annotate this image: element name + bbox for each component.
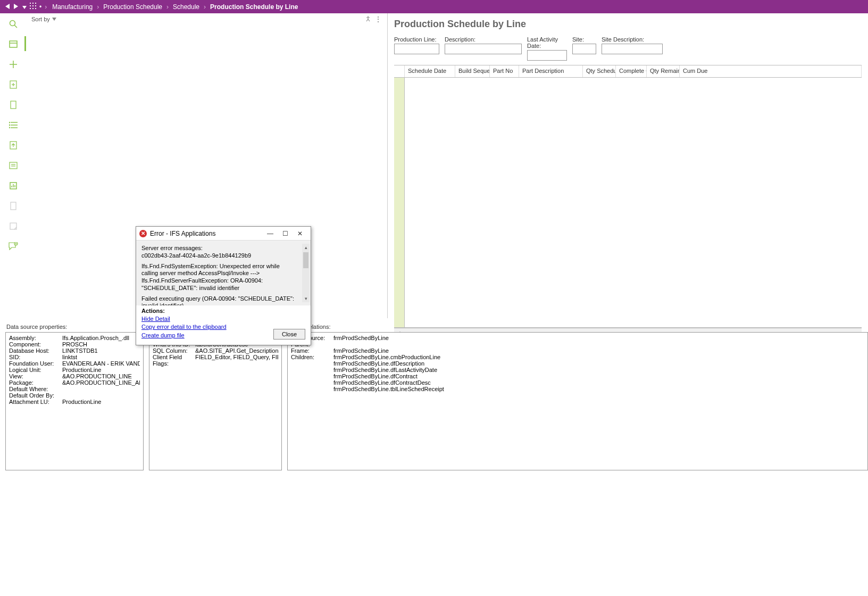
svg-marker-1 — [14, 4, 18, 9]
actions-header: Actions: — [141, 308, 227, 314]
doc-icon[interactable] — [8, 201, 19, 211]
sort-by-button[interactable]: Sort by — [31, 16, 56, 22]
label-site: Site: — [572, 36, 596, 43]
kv-row: Assembly:Ifs.Application.Prosch_.dll — [9, 335, 140, 341]
export-icon[interactable] — [8, 140, 19, 151]
svg-rect-10 — [32, 8, 34, 9]
detail-pane: Production Schedule by Line Production L… — [388, 13, 868, 318]
top-bar: • › Manufacturing › Production Schedule … — [0, 0, 868, 13]
close-button[interactable]: Close — [273, 329, 305, 340]
kv-row: Default Where: — [9, 386, 140, 392]
col-schedule-date[interactable]: Schedule Date — [405, 65, 455, 77]
link-create-dump[interactable]: Create dump file — [141, 332, 227, 340]
plus-icon[interactable] — [8, 59, 19, 70]
note-icon[interactable] — [8, 221, 19, 231]
apps-grid-icon[interactable] — [30, 3, 36, 11]
dialog-scrollbar[interactable]: ▴▾ — [302, 244, 310, 302]
rel-title: Object relations: — [287, 324, 868, 330]
svg-rect-6 — [30, 5, 31, 6]
crumb-current: Production Schedule by Line — [210, 3, 298, 11]
svg-rect-8 — [35, 5, 36, 6]
input-site-desc[interactable] — [602, 44, 663, 54]
kv-row: Default Order By: — [9, 392, 140, 399]
schedule-grid: Schedule Date Build Sequence Part No Par… — [394, 65, 862, 337]
rel-child: frmProdSchedByLine.dfDescription — [333, 360, 864, 367]
dialog-title: Error - IFS Applications — [150, 230, 263, 237]
svg-point-25 — [9, 122, 10, 123]
input-production-line[interactable] — [394, 44, 439, 54]
bottom-panels: Data source properties: ▴ Assembly:Ifs.A… — [5, 324, 868, 596]
svg-rect-21 — [11, 101, 16, 109]
kv-row: Data Source:frmProdSchedByLine — [291, 335, 864, 341]
error-dialog: ✕ Error - IFS Applications — ☐ ✕ Server … — [136, 226, 311, 345]
kv-row: Frame:frmProdSchedByLine — [291, 347, 864, 354]
sidebar — [0, 13, 26, 318]
nav-back-icon[interactable] — [5, 3, 11, 11]
kv-row: SID:linktst — [9, 354, 140, 360]
svg-rect-36 — [11, 202, 16, 210]
search-icon[interactable] — [8, 19, 19, 29]
bullet-icon: • — [39, 3, 41, 11]
pin-icon[interactable] — [365, 15, 371, 23]
input-site[interactable] — [572, 44, 596, 54]
col-cum-due[interactable]: Cum Due — [680, 65, 862, 77]
label-site-desc: Site Description: — [602, 36, 663, 43]
link-copy-clipboard[interactable]: Copy error detail to the clipboard — [141, 323, 227, 331]
card-icon[interactable] — [8, 39, 19, 49]
chart-icon[interactable] — [8, 180, 19, 191]
crumb-manufacturing[interactable]: Manufacturing — [52, 3, 93, 11]
rel-child: frmProdSchedByLine.dfLastActivityDate — [333, 367, 864, 373]
kv-row: Attachment LU:ProductionLine — [9, 399, 140, 405]
rel-box: Data Source:frmProdSchedByLineParent:Fra… — [287, 332, 868, 470]
more-icon[interactable]: ⋮ — [374, 15, 382, 23]
dsp-box: ▴ Assembly:Ifs.Application.Prosch_.dllCo… — [5, 332, 144, 470]
grid-header: Schedule Date Build Sequence Part No Par… — [394, 65, 862, 78]
col-qty-remaining[interactable]: Qty Remaining — [647, 65, 680, 77]
kv-row: Package:&AO.PRODUCTION_LINE_API — [9, 379, 140, 386]
col-part-desc[interactable]: Part Description — [519, 65, 583, 77]
nav-forward-icon[interactable] — [14, 3, 19, 11]
dialog-body: Server error messages:c002db43-2aaf-4024… — [136, 241, 311, 305]
add-page-icon[interactable] — [8, 79, 19, 90]
label-description: Description: — [445, 36, 522, 43]
sip-box: Control:dfContractDescWhat's this ID:lab… — [149, 332, 282, 470]
kv-row: Client Field Flags:FIELD_Editor, FIELD_Q… — [153, 354, 278, 367]
col-build-seq[interactable]: Build Sequence — [455, 65, 490, 77]
svg-rect-14 — [10, 41, 17, 47]
kv-row: Foundation User:EVANDERLAAN - ERIK VANDE… — [9, 360, 140, 367]
col-qty-sched[interactable]: Qty Scheduled — [583, 65, 616, 77]
page-icon[interactable] — [8, 100, 19, 110]
kv-row: Database Host:LINKTSTDB1 — [9, 347, 140, 354]
svg-rect-29 — [10, 162, 17, 169]
page-title: Production Schedule by Line — [394, 19, 862, 30]
rel-child: frmProdSchedByLine.dfContract — [333, 373, 864, 379]
input-description[interactable] — [445, 44, 522, 54]
list-icon[interactable] — [8, 120, 19, 130]
maximize-button[interactable]: ☐ — [278, 230, 293, 237]
crumb-production-schedule[interactable]: Production Schedule — [103, 3, 162, 11]
close-window-button[interactable]: ✕ — [293, 230, 307, 237]
svg-line-13 — [14, 25, 17, 28]
rel-child: frmProdSchedByLine.dfContractDesc — [333, 379, 864, 386]
chat-plus-icon[interactable] — [8, 241, 19, 252]
form-icon[interactable] — [8, 160, 19, 171]
svg-marker-41 — [52, 18, 56, 21]
input-last-activity[interactable] — [527, 50, 567, 61]
nav-dropdown-icon[interactable] — [22, 3, 27, 11]
svg-point-26 — [9, 125, 10, 126]
col-part-no[interactable]: Part No — [490, 65, 519, 77]
svg-rect-7 — [32, 5, 34, 6]
minimize-button[interactable]: — — [263, 230, 278, 237]
rel-child: frmProdSchedByLine.tblLineSchedReceipt — [333, 386, 864, 392]
label-last-activity: Last Activity Date: — [527, 36, 567, 49]
crumb-schedule[interactable]: Schedule — [173, 3, 199, 11]
dsp-title: Data source properties: — [5, 324, 144, 330]
grid-rows — [405, 78, 862, 327]
svg-rect-3 — [30, 3, 31, 4]
link-hide-detail[interactable]: Hide Detail — [141, 315, 227, 323]
kv-row: Parent: — [291, 341, 864, 347]
svg-point-27 — [9, 127, 10, 128]
breadcrumb: Manufacturing › Production Schedule › Sc… — [52, 3, 298, 11]
kv-row: View:&AO.PRODUCTION_LINE — [9, 373, 140, 379]
col-complete-qty[interactable]: Complete Qty — [616, 65, 647, 77]
